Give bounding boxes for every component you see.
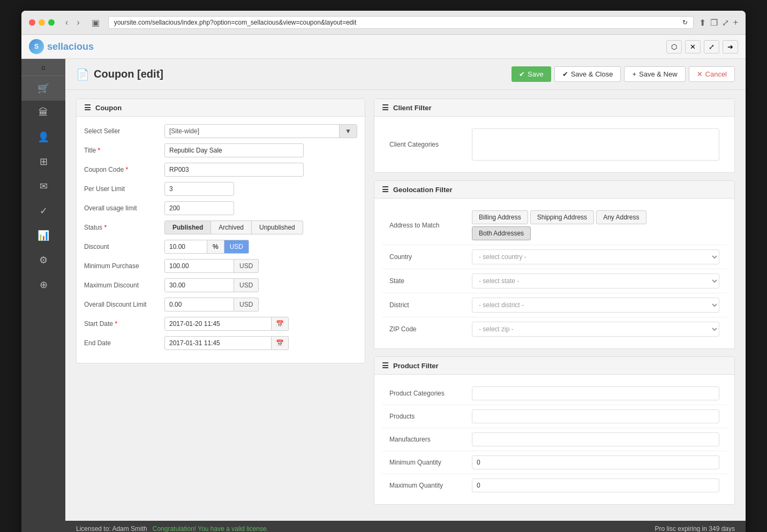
share-button[interactable]: ⬆ bbox=[699, 18, 706, 28]
discount-usd-btn[interactable]: USD bbox=[224, 240, 249, 254]
products-row: Products bbox=[382, 405, 727, 428]
client-categories-input[interactable] bbox=[472, 128, 719, 161]
product-categories-input[interactable] bbox=[472, 386, 719, 400]
zip-label: ZIP Code bbox=[389, 325, 464, 333]
forward-button[interactable]: › bbox=[73, 17, 82, 28]
zip-row: ZIP Code - select zip - bbox=[382, 317, 727, 341]
cancel-icon: ✕ bbox=[697, 70, 703, 78]
overall-discount-input[interactable] bbox=[164, 298, 234, 311]
coupon-code-input[interactable] bbox=[164, 163, 304, 177]
discount-input[interactable] bbox=[164, 240, 207, 254]
max-quantity-input[interactable] bbox=[472, 478, 719, 492]
status-unpublished-btn[interactable]: Unpublished bbox=[252, 221, 303, 234]
address-btn-group: Billing Address Shipping Address Any Add… bbox=[472, 210, 719, 224]
country-select[interactable]: - select country - bbox=[472, 249, 719, 264]
close-header-button[interactable]: ✕ bbox=[685, 40, 701, 54]
save-button[interactable]: ✔ Save bbox=[512, 66, 551, 82]
save-new-button[interactable]: + Save & New bbox=[624, 66, 685, 82]
app-header: S sellacious ⬡ ✕ ⤢ ➜ bbox=[21, 35, 746, 59]
client-filter-header: ☰ Client Filter bbox=[374, 99, 734, 117]
sidebar-item-bank[interactable]: 🏛 bbox=[21, 101, 65, 125]
select-seller-wrapper[interactable]: [Site-wide] ▼ bbox=[164, 124, 357, 138]
district-label: District bbox=[389, 301, 464, 309]
min-purchase-input[interactable] bbox=[164, 259, 234, 273]
state-select[interactable]: - select state - bbox=[472, 273, 719, 288]
select-seller-input[interactable]: [Site-wide] bbox=[165, 125, 339, 138]
settings-icon: ⚙ bbox=[39, 254, 48, 266]
sidebar-item-plugin[interactable]: ⊕ bbox=[21, 272, 65, 297]
external-link-button[interactable]: ⬡ bbox=[666, 40, 682, 54]
cancel-label: Cancel bbox=[705, 70, 727, 78]
sidebar-toggle-button[interactable]: ▣ bbox=[88, 17, 103, 29]
sidebar-item-check[interactable]: ✓ bbox=[21, 199, 65, 223]
start-date-calendar-btn[interactable]: 📅 bbox=[272, 317, 289, 331]
shipping-address-btn[interactable]: Shipping Address bbox=[530, 210, 594, 224]
coupon-panel-body: Select Seller [Site-wide] ▼ bbox=[77, 117, 365, 363]
forward-header-button[interactable]: ➜ bbox=[723, 40, 738, 54]
store-icon: 🛒 bbox=[37, 82, 49, 94]
per-user-limit-input[interactable] bbox=[164, 182, 234, 196]
new-tab-button[interactable]: + bbox=[733, 18, 738, 28]
sidebar-item-users[interactable]: 👤 bbox=[21, 125, 65, 149]
back-button[interactable]: ‹ bbox=[62, 17, 71, 28]
start-date-input[interactable] bbox=[164, 317, 272, 331]
status-row: Status * Published Archived Unpublished bbox=[84, 221, 357, 234]
end-date-row: End Date 📅 bbox=[84, 336, 357, 350]
app-body: ⌂ 🛒 🏛 👤 ⊞ ✉ ✓ 📊 ⚙ bbox=[21, 59, 746, 532]
end-date-input[interactable] bbox=[164, 336, 272, 350]
both-addresses-btn[interactable]: Both Addresses bbox=[472, 226, 531, 240]
overall-usage-row: Overall usage limit bbox=[84, 201, 357, 215]
dot-red[interactable] bbox=[29, 19, 35, 26]
zip-select[interactable]: - select zip - bbox=[472, 322, 719, 337]
min-purchase-group: USD bbox=[164, 259, 259, 273]
overall-usage-input[interactable] bbox=[164, 201, 234, 215]
url-bar[interactable]: yoursite.com/sellacious/index.php?option… bbox=[108, 16, 694, 29]
manufacturers-row: Manufacturers bbox=[382, 428, 727, 451]
client-filter-panel: ☰ Client Filter Client Categories bbox=[374, 98, 735, 173]
geolocation-body: Address to Match Billing Address Shippin… bbox=[374, 199, 734, 348]
products-input[interactable] bbox=[472, 409, 719, 423]
duplicate-button[interactable]: ❐ bbox=[710, 18, 718, 28]
select-caret-icon: ▼ bbox=[339, 125, 357, 138]
sidebar-item-settings[interactable]: ⚙ bbox=[21, 248, 65, 272]
status-published-btn[interactable]: Published bbox=[164, 221, 211, 234]
dot-yellow[interactable] bbox=[39, 19, 45, 26]
product-filter-header: ☰ Product Filter bbox=[374, 357, 734, 375]
start-date-row: Start Date * 📅 bbox=[84, 317, 357, 331]
cancel-button[interactable]: ✕ Cancel bbox=[689, 66, 735, 82]
dot-green[interactable] bbox=[48, 19, 55, 26]
min-quantity-input[interactable] bbox=[472, 455, 719, 469]
manufacturers-input[interactable] bbox=[472, 432, 719, 446]
sidebar-item-chart[interactable]: 📊 bbox=[21, 223, 65, 248]
max-discount-input[interactable] bbox=[164, 278, 234, 292]
discount-pct-btn[interactable]: % bbox=[207, 240, 224, 254]
sidebar: ⌂ 🛒 🏛 👤 ⊞ ✉ ✓ 📊 ⚙ bbox=[21, 59, 65, 532]
per-user-limit-row: Per User Limit bbox=[84, 182, 357, 196]
end-date-calendar-btn[interactable]: 📅 bbox=[272, 336, 289, 350]
title-required: * bbox=[98, 147, 101, 154]
title-input[interactable] bbox=[164, 143, 304, 157]
page-header: 📄 Coupon [edit] ✔ Save ✔ Save & Close + … bbox=[65, 59, 746, 90]
sidebar-home[interactable]: ⌂ bbox=[21, 59, 65, 76]
fullscreen-button[interactable]: ⤢ bbox=[722, 18, 729, 28]
state-row: State - select state - bbox=[382, 269, 727, 293]
any-address-btn[interactable]: Any Address bbox=[596, 210, 646, 224]
sidebar-item-store[interactable]: 🛒 bbox=[21, 76, 65, 101]
browser-window: ‹ › ▣ yoursite.com/sellacious/index.php?… bbox=[21, 11, 746, 532]
status-archived-btn[interactable]: Archived bbox=[211, 221, 252, 234]
title-label: Title * bbox=[84, 143, 159, 154]
geolocation-header: ☰ Geolocation Filter bbox=[374, 181, 734, 199]
sidebar-item-mail[interactable]: ✉ bbox=[21, 174, 65, 199]
discount-row: Discount % USD bbox=[84, 240, 357, 254]
discount-group: % USD bbox=[164, 240, 249, 254]
expand-header-button[interactable]: ⤢ bbox=[704, 40, 719, 54]
save-new-label: Save & New bbox=[639, 70, 678, 78]
district-select[interactable]: - select district - bbox=[472, 298, 719, 313]
billing-address-btn[interactable]: Billing Address bbox=[472, 210, 528, 224]
reload-icon[interactable]: ↻ bbox=[682, 19, 688, 26]
min-purchase-unit: USD bbox=[234, 259, 259, 273]
status-group: Published Archived Unpublished bbox=[164, 221, 303, 234]
min-purchase-label: Minimum Purchase bbox=[84, 259, 159, 270]
save-close-button[interactable]: ✔ Save & Close bbox=[554, 66, 621, 82]
sidebar-item-hierarchy[interactable]: ⊞ bbox=[21, 149, 65, 174]
